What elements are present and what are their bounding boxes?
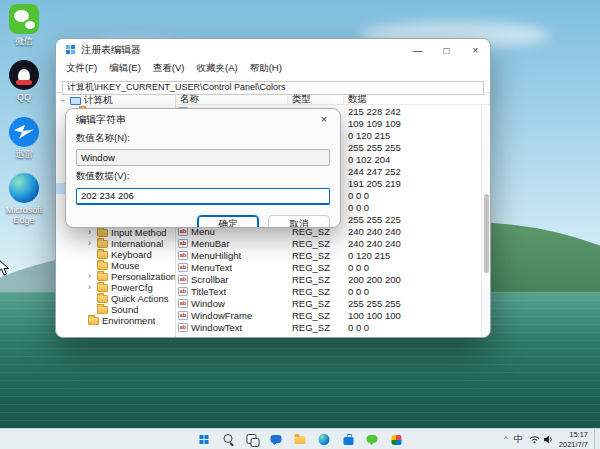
list-row-TitleText[interactable]: abTitleText REG_SZ 0 0 0 [176, 285, 490, 297]
tree-item-environment[interactable]: Environment [56, 315, 175, 326]
status-icons[interactable] [529, 435, 553, 444]
menu-edit[interactable]: 编辑(E) [104, 62, 146, 75]
value-name-input[interactable] [76, 149, 330, 166]
list-row-MenuBar[interactable]: abMenuBar REG_SZ 240 240 240 [176, 237, 490, 249]
list-row-MenuHilight[interactable]: abMenuHilight REG_SZ 0 120 215 [176, 249, 490, 261]
reg-sz-icon: ab [178, 275, 188, 284]
close-button[interactable]: × [461, 39, 490, 61]
value-data: 0 0 0 [344, 286, 490, 297]
ok-button[interactable]: 确定 [197, 215, 259, 229]
folder-icon [97, 240, 108, 248]
desktop-icon-wechat[interactable]: 微信 [1, 4, 47, 46]
tree-item-mouse[interactable]: Mouse [56, 260, 175, 271]
taskbar-wechat-icon[interactable] [364, 431, 381, 448]
chevron-right-icon[interactable] [86, 227, 94, 238]
value-data: 255 255 225 [344, 214, 490, 225]
chevron-right-icon[interactable] [86, 260, 94, 271]
desktop-icon-thunder[interactable]: 迅雷 [1, 117, 47, 159]
list-row-Scrollbar[interactable]: abScrollbar REG_SZ 200 200 200 [176, 273, 490, 285]
hidden-icons-chevron[interactable]: ^ [504, 434, 508, 443]
column-header-name[interactable]: 名称 [176, 93, 288, 105]
chevron-right-icon[interactable] [86, 293, 94, 304]
chevron-right-icon[interactable] [77, 315, 85, 326]
desktop-icon-label: 微信 [1, 36, 47, 46]
tree-item-计算机[interactable]: 计算机 [56, 95, 175, 106]
value-type: REG_SZ [288, 286, 344, 297]
taskbar-photos-icon[interactable] [388, 431, 405, 448]
chevron-right-icon[interactable] [86, 249, 94, 260]
dialog-close-icon[interactable]: × [314, 113, 334, 127]
value-type: REG_SZ [288, 298, 344, 309]
desktop: 微信 QQ 迅雷 Microsoft Edge 注册表编辑器 — □ × 文件(… [0, 0, 600, 449]
taskbar-clock[interactable]: 15:17 2021/7/7 [559, 430, 588, 449]
show-desktop-button[interactable] [594, 429, 597, 449]
column-headers: 名称 类型 数据 [176, 93, 490, 105]
desktop-icon-label: 迅雷 [1, 149, 47, 159]
taskbar-edge-icon[interactable] [316, 431, 333, 448]
folder-icon [88, 317, 99, 325]
list-scrollbar[interactable] [481, 105, 490, 338]
menu-favorites[interactable]: 收藏夹(A) [191, 62, 242, 75]
folder-icon [97, 262, 108, 270]
menu-help[interactable]: 帮助(H) [245, 62, 287, 75]
mouse-cursor [0, 258, 10, 280]
taskbar-explorer-icon[interactable] [292, 431, 309, 448]
taskbar-taskview-icon[interactable] [244, 431, 261, 448]
value-name-field: 数值名称(N): [66, 128, 340, 166]
tree-item-personalization[interactable]: Personalization [56, 271, 175, 282]
tree-item-label: PowerCfg [111, 282, 153, 293]
taskbar-start-icon[interactable] [196, 431, 213, 448]
dialog-title: 编辑字符串 [76, 113, 126, 127]
desktop-icon-edge[interactable]: Microsoft Edge [1, 173, 47, 226]
tree-item-label: Mouse [111, 260, 140, 271]
column-header-type[interactable]: 类型 [288, 93, 344, 105]
list-row-WindowText[interactable]: abWindowText REG_SZ 0 0 0 [176, 321, 490, 333]
title-bar[interactable]: 注册表编辑器 — □ × [56, 39, 490, 61]
list-row-MenuText[interactable]: abMenuText REG_SZ 0 0 0 [176, 261, 490, 273]
chevron-right-icon[interactable] [86, 238, 94, 249]
value-type: REG_SZ [288, 322, 344, 333]
value-data: 0 120 215 [344, 250, 490, 261]
reg-sz-icon: ab [178, 239, 188, 248]
dialog-title-bar[interactable]: 编辑字符串 × [66, 109, 340, 128]
taskbar-chat-icon[interactable] [268, 431, 285, 448]
value-data-input[interactable] [76, 188, 330, 205]
maximize-button[interactable]: □ [432, 39, 461, 61]
folder-icon [97, 273, 108, 281]
menu-view[interactable]: 查看(V) [148, 62, 190, 75]
value-data: 255 255 255 [344, 298, 490, 309]
list-row-Window[interactable]: abWindow REG_SZ 255 255 255 [176, 297, 490, 309]
tree-item-quick-actions[interactable]: Quick Actions [56, 293, 175, 304]
value-name: TitleText [191, 286, 226, 297]
cancel-button[interactable]: 取消 [268, 215, 330, 229]
minimize-button[interactable]: — [403, 39, 432, 61]
tree-item-keyboard[interactable]: Keyboard [56, 249, 175, 260]
menu-file[interactable]: 文件(F) [61, 62, 102, 75]
desktop-icon-list: 微信 QQ 迅雷 Microsoft Edge [0, 4, 48, 240]
desktop-icon-qq[interactable]: QQ [1, 60, 47, 102]
chevron-right-icon[interactable] [86, 304, 94, 315]
value-data: 100 100 100 [344, 310, 490, 321]
taskbar-search-icon[interactable] [220, 431, 237, 448]
reg-sz-icon: ab [178, 251, 188, 260]
value-data: 200 200 200 [344, 274, 490, 285]
tree-item-label: Personalization [111, 271, 175, 282]
tree-item-input-method[interactable]: Input Method [56, 227, 175, 238]
folder-icon [97, 306, 108, 314]
column-header-data[interactable]: 数据 [344, 93, 490, 105]
chevron-down-icon[interactable] [59, 95, 67, 106]
tree-item-sound[interactable]: Sound [56, 304, 175, 315]
folder-icon [97, 295, 108, 303]
value-data: 0 102 204 [344, 154, 490, 165]
chevron-right-icon[interactable] [86, 271, 94, 282]
list-row-WindowFrame[interactable]: abWindowFrame REG_SZ 100 100 100 [176, 309, 490, 321]
tree-item-powercfg[interactable]: PowerCfg [56, 282, 175, 293]
value-data: 215 228 242 [344, 106, 490, 117]
ime-indicator[interactable]: 中 [514, 433, 523, 446]
tree-item-international[interactable]: International [56, 238, 175, 249]
value-type: REG_SZ [288, 274, 344, 285]
chevron-right-icon[interactable] [86, 282, 94, 293]
scrollbar-thumb[interactable] [484, 194, 489, 274]
taskbar-store-icon[interactable] [340, 431, 357, 448]
regedit-app-icon [65, 41, 76, 59]
